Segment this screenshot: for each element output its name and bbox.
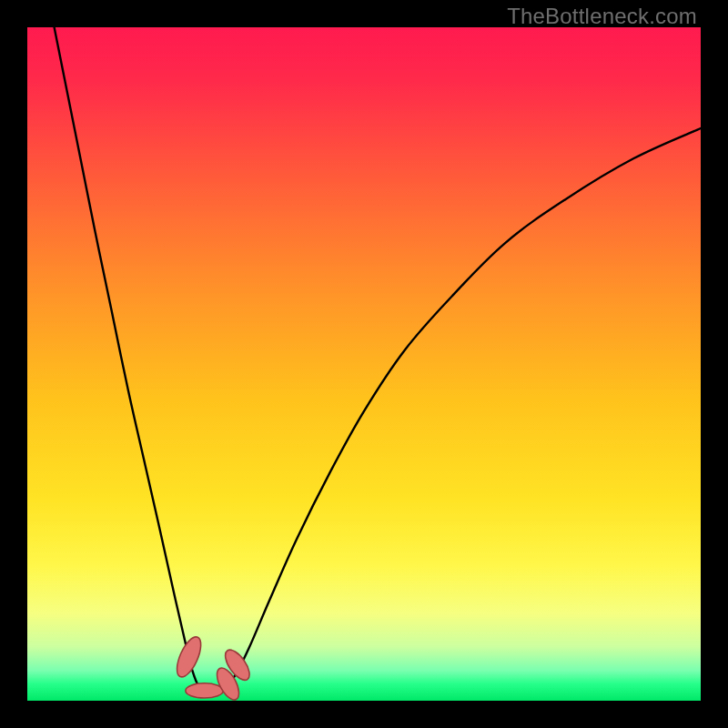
plot-area [27, 27, 701, 701]
chart-frame: TheBottleneck.com [0, 0, 728, 728]
bottleneck-curve [55, 27, 701, 695]
chart-curve-layer [27, 27, 701, 701]
curve-marker [172, 633, 206, 680]
curve-marker [186, 683, 223, 698]
marker-layer [172, 633, 254, 701]
watermark-text: TheBottleneck.com [507, 4, 697, 29]
